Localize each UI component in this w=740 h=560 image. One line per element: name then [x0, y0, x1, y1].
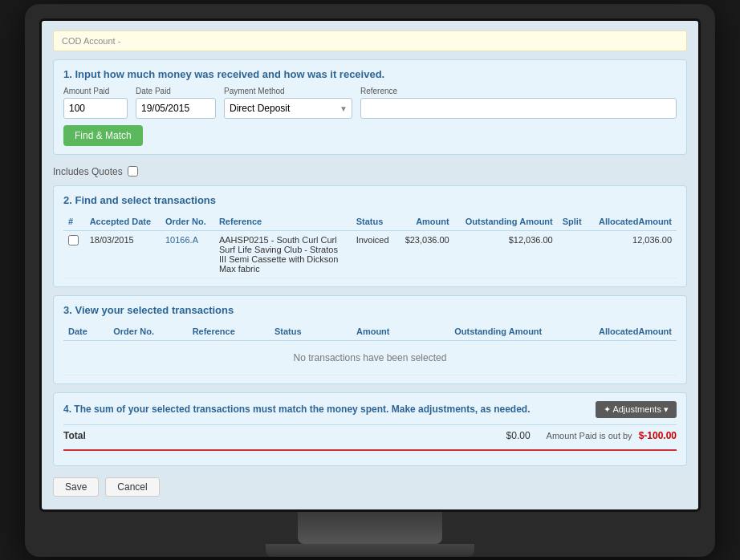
payment-method-group: Payment Method Direct Deposit Cash Chequ… [224, 87, 352, 119]
section-3: 3. View your selected transactions Date … [53, 295, 687, 384]
cell-status: Invoiced [352, 230, 397, 278]
total-label: Total [63, 430, 506, 441]
out-by-amount: $-100.00 [639, 430, 677, 441]
amount-paid-label: Amount Paid [63, 87, 128, 95]
col-reference: Reference [214, 213, 352, 231]
monitor-base [266, 544, 474, 557]
section-4: 4. The sum of your selected transactions… [53, 392, 687, 466]
table-row: 18/03/2015 10166.A AAHSP0215 - South Cur… [63, 230, 677, 278]
row-checkbox[interactable] [68, 235, 79, 246]
date-paid-group: Date Paid [136, 87, 216, 119]
no-transactions-message: No transactions have been selected [63, 340, 677, 375]
section-3-table-wrapper: Date Order No. Reference Status Amount O… [63, 323, 677, 375]
cell-amount: $23,036.00 [396, 230, 454, 278]
out-by-label: Amount Paid is out by [547, 431, 632, 440]
section-2-title: 2. Find and select transactions [63, 194, 677, 206]
col3-allocated-amount: AllocatedAmount [547, 323, 677, 341]
section-3-title: 3. View your selected transactions [63, 304, 677, 316]
save-button[interactable]: Save [53, 477, 99, 497]
cell-accepted-date: 18/03/2015 [85, 230, 161, 278]
col3-outstanding-amount: Outstanding Amount [394, 323, 547, 341]
col-outstanding-amount: Outstanding Amount [454, 213, 558, 231]
section-1: 1. Input how much money was received and… [53, 59, 687, 155]
reference-input[interactable] [360, 98, 677, 119]
col-hash: # [63, 213, 85, 231]
section-2: 2. Find and select transactions # Accept… [53, 185, 687, 287]
cancel-button[interactable]: Cancel [105, 477, 159, 497]
section-4-title: 4. The sum of your selected transactions… [63, 404, 531, 415]
col3-reference: Reference [188, 323, 270, 341]
col-accepted-date: Accepted Date [85, 213, 161, 231]
col-status: Status [352, 213, 397, 231]
col3-order-no: Order No. [108, 323, 187, 341]
monitor-stand [298, 512, 442, 544]
amount-paid-input[interactable] [63, 98, 128, 119]
col3-amount: Amount [327, 323, 394, 341]
section-2-table: # Accepted Date Order No. Reference Stat… [63, 213, 677, 278]
includes-quotes-row: Includes Quotes [53, 163, 687, 181]
cell-checkbox[interactable] [63, 230, 85, 278]
totals-row: Total $0.00 Amount Paid is out by $-100.… [63, 424, 677, 446]
reference-group: Reference [360, 87, 677, 119]
footer-buttons: Save Cancel [53, 474, 687, 498]
cell-order-no[interactable]: 10166.A [161, 230, 214, 278]
divider-red [63, 449, 677, 451]
cell-allocated-amount: 12,036.00 [588, 230, 677, 278]
section-3-table: Date Order No. Reference Status Amount O… [63, 323, 677, 375]
order-no-link[interactable]: 10166.A [165, 235, 198, 245]
section-4-header: 4. The sum of your selected transactions… [63, 401, 677, 418]
col3-date: Date [63, 323, 108, 341]
no-transactions-row: No transactions have been selected [63, 340, 677, 375]
cod-banner-text: COD Account - [62, 36, 120, 46]
col-split: Split [558, 213, 588, 231]
payment-method-select[interactable]: Direct Deposit Cash Cheque Credit Card E… [224, 98, 352, 119]
cell-reference: AAHSP0215 - South Curl Curl Surf Life Sa… [214, 230, 352, 278]
col-order-no: Order No. [161, 213, 214, 231]
cell-outstanding-amount: $12,036.00 [454, 230, 558, 278]
section-2-table-wrapper: # Accepted Date Order No. Reference Stat… [63, 213, 677, 278]
includes-quotes-checkbox[interactable] [128, 166, 138, 177]
col3-status: Status [270, 323, 327, 341]
total-amount: $0.00 [506, 430, 531, 441]
col-amount: Amount [396, 213, 454, 231]
payment-method-label: Payment Method [224, 87, 352, 95]
cod-banner: COD Account - [53, 30, 687, 51]
cell-split [558, 230, 588, 278]
col-allocated-amount: AllocatedAmount [588, 213, 677, 231]
find-match-button[interactable]: Find & Match [63, 125, 143, 146]
reference-label: Reference [360, 87, 677, 95]
date-paid-label: Date Paid [136, 87, 216, 95]
section-1-title: 1. Input how much money was received and… [63, 68, 677, 80]
adjustments-button[interactable]: ✦ Adjustments ▾ [596, 401, 677, 418]
includes-quotes-label: Includes Quotes [53, 166, 123, 177]
date-paid-input[interactable] [136, 98, 216, 119]
amount-paid-group: Amount Paid [63, 87, 128, 119]
